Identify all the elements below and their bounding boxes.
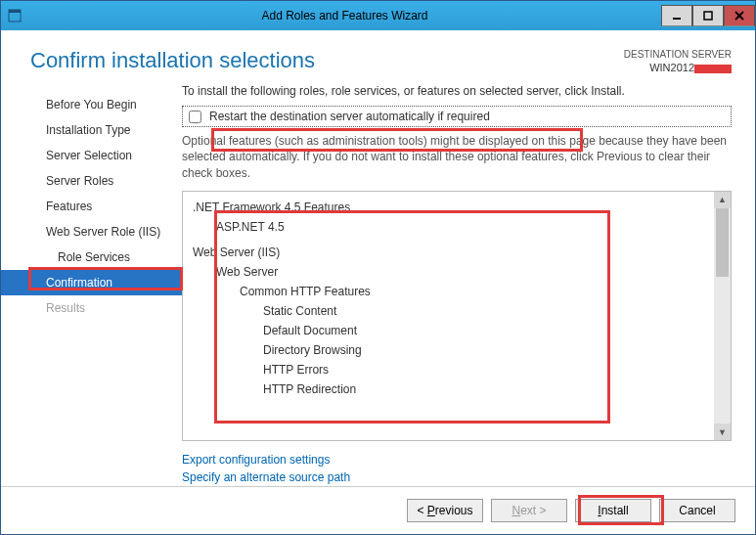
destination-server: WIN2012: [624, 61, 732, 74]
install-button[interactable]: Install: [575, 499, 651, 522]
main-area: Before You Begin Installation Type Serve…: [1, 82, 755, 486]
next-button: Next >: [491, 499, 567, 522]
optional-note: Optional features (such as administratio…: [182, 133, 732, 181]
wizard-window: Add Roles and Features Wizard Confirm in…: [0, 0, 756, 535]
previous-button[interactable]: < Previous: [407, 499, 483, 522]
nav-server-roles[interactable]: Server Roles: [1, 168, 182, 194]
list-item: Common HTTP Features: [193, 282, 710, 301]
restart-checkbox-row[interactable]: Restart the destination server automatic…: [182, 106, 732, 127]
selections-listbox: .NET Framework 4.5 Features ASP.NET 4.5 …: [182, 191, 732, 441]
list-item: Static Content: [193, 301, 710, 321]
page-title: Confirm installation selections: [30, 48, 315, 73]
nav-features[interactable]: Features: [1, 194, 182, 219]
scroll-down-icon[interactable]: ▼: [714, 424, 731, 440]
destination-label: DESTINATION SERVER: [624, 48, 732, 61]
maximize-button[interactable]: [692, 5, 724, 26]
svg-rect-1: [9, 10, 21, 13]
nav-installation-type[interactable]: Installation Type: [1, 117, 182, 143]
nav-before-you-begin[interactable]: Before You Begin: [1, 92, 182, 117]
redacted-block: [694, 65, 732, 73]
nav-role-services[interactable]: Role Services: [1, 245, 182, 270]
restart-label: Restart the destination server automatic…: [209, 110, 490, 123]
list-item: Web Server (IIS): [193, 243, 710, 262]
svg-rect-3: [704, 12, 712, 20]
header: Confirm installation selections DESTINAT…: [1, 30, 755, 82]
titlebar: Add Roles and Features Wizard: [1, 1, 755, 30]
restart-checkbox[interactable]: [189, 111, 201, 123]
window-controls: [661, 6, 755, 26]
nav-sidebar: Before You Begin Installation Type Serve…: [1, 82, 182, 486]
export-settings-link[interactable]: Export configuration settings: [182, 451, 732, 468]
nav-server-selection[interactable]: Server Selection: [1, 143, 182, 168]
app-icon: [7, 8, 22, 23]
destination-info: DESTINATION SERVER WIN2012: [624, 48, 732, 74]
list-item: Web Server: [193, 262, 710, 282]
nav-confirmation[interactable]: Confirmation: [1, 270, 182, 295]
list-item: Directory Browsing: [193, 340, 710, 360]
list-item: .NET Framework 4.5 Features: [193, 198, 710, 217]
alternate-source-link[interactable]: Specify an alternate source path: [182, 468, 732, 486]
list-item: ASP.NET 4.5: [193, 217, 710, 237]
list-item: HTTP Errors: [193, 360, 710, 379]
minimize-button[interactable]: [661, 5, 692, 26]
selections-list[interactable]: .NET Framework 4.5 Features ASP.NET 4.5 …: [183, 192, 714, 440]
scroll-track[interactable]: [714, 208, 731, 424]
nav-results: Results: [1, 295, 182, 321]
nav-web-server-role[interactable]: Web Server Role (IIS): [1, 219, 182, 245]
list-item: Default Document: [193, 321, 710, 340]
list-item: HTTP Redirection: [193, 379, 710, 399]
window-title: Add Roles and Features Wizard: [28, 9, 661, 22]
scroll-up-icon[interactable]: ▲: [714, 192, 731, 208]
close-button[interactable]: [724, 5, 755, 26]
content-panel: To install the following roles, role ser…: [182, 82, 732, 486]
cancel-button[interactable]: Cancel: [659, 499, 735, 522]
intro-text: To install the following roles, role ser…: [182, 84, 732, 98]
scrollbar[interactable]: ▲ ▼: [714, 192, 731, 440]
links-area: Export configuration settings Specify an…: [182, 451, 732, 486]
footer: < Previous Next > Install Cancel: [1, 486, 755, 534]
scroll-thumb[interactable]: [716, 208, 729, 277]
